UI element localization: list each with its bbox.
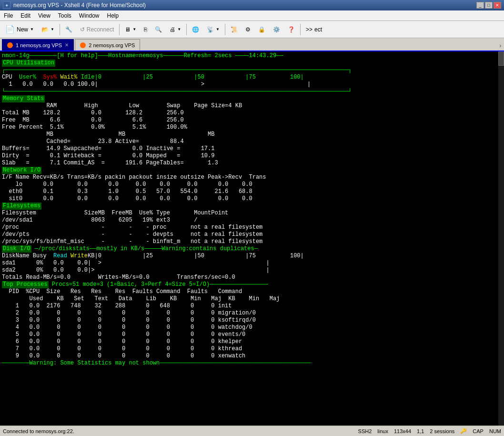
help-icon: ❓ xyxy=(288,26,295,33)
mem-slab: Slab = 7.1 Commit_AS = 191.6 PageTables=… xyxy=(2,160,497,167)
scrollbar-thumb[interactable] xyxy=(498,51,504,66)
menu-file[interactable]: File xyxy=(0,10,17,20)
terminal-wrapper: nmon-14g ────────[H for help]───Hostname… xyxy=(0,51,504,426)
proc-1: 1 0.0 2176 748 32 288 0 648 0 0 init xyxy=(2,303,497,310)
reconnect-button[interactable]: ↺ Reconnect xyxy=(77,22,117,37)
main-area: nmon-14g ────────[H for help]───Hostname… xyxy=(0,51,504,426)
topproc-section-header: Top Processes Procs=51 mode=3 (1=Basic, … xyxy=(2,281,497,288)
properties-button[interactable]: 🔧 xyxy=(62,22,76,37)
proc-6: 6 0.0 0 0 0 0 0 0 0 0 khelper xyxy=(2,338,497,345)
tab-1[interactable]: 1 nemosys.org VPS ✕ xyxy=(2,39,74,51)
maximize-button[interactable]: □ xyxy=(485,2,493,9)
toolbar-separator-4 xyxy=(225,24,225,35)
options-button[interactable]: ⚙️ xyxy=(270,22,283,37)
nmon-header: nmon-14g ────────[H for help]───Hostname… xyxy=(2,52,497,60)
minimize-button[interactable]: _ xyxy=(476,2,484,9)
fs-devpts: /dev/pts - - - devpts not a real filesys… xyxy=(2,231,497,238)
toolbar-separator-1 xyxy=(60,24,60,35)
menu-tools[interactable]: Tools xyxy=(54,10,75,20)
mem-dirty: Dirty = 0.1 Writeback = 0.0 Mapped = 10.… xyxy=(2,152,497,160)
menu-view[interactable]: View xyxy=(34,10,54,20)
menu-help[interactable]: Help xyxy=(103,10,123,20)
tab-2-label: 2 nemosys.org VPS xyxy=(89,42,135,48)
fs-binfmt: /proc/sys/fs/binfmt_misc - - - binfmt_m … xyxy=(2,238,497,245)
extra-button[interactable]: >> ect xyxy=(302,22,325,37)
tab-2[interactable]: 2 nemosys.org VPS xyxy=(75,39,140,51)
disk-sda2: sda2 0% 0.0 0.0|> | xyxy=(2,267,497,274)
close-button[interactable]: ✕ xyxy=(494,2,501,9)
macro-button[interactable]: ⚙ xyxy=(242,22,254,37)
status-connection: Connected to nemosys.org:22. xyxy=(3,428,354,434)
proc-9: 9 0.0 0 0 0 0 0 0 0 0 xenwatch xyxy=(2,353,497,360)
toolbar: 📄 New ▼ 📂 ▼ 🔧 ↺ Reconnect 🖥 ▼ ⎘ 🔍 🖨 ▼ 🌐 … xyxy=(0,21,504,38)
mem-cached: Cached= 23.8 Active= 88.4 xyxy=(2,138,497,145)
print-button[interactable]: 🖨 ▼ xyxy=(166,22,184,37)
tab-1-label: 1 nemosys.org VPS xyxy=(16,42,62,48)
tab-bar: 1 nemosys.org VPS ✕ 2 nemosys.org VPS › xyxy=(0,38,504,51)
proc-5: 5 0.0 0 0 0 0 0 0 0 0 events/0 xyxy=(2,331,497,338)
open-dropdown-icon[interactable]: ▼ xyxy=(50,27,54,31)
net-col-header: I/F Name Recv=KB/s Trans=KB/s packin pac… xyxy=(2,174,497,181)
copy-button[interactable]: ⎘ xyxy=(141,22,151,37)
app-icon: ✦ xyxy=(3,1,10,9)
tab-1-close[interactable]: ✕ xyxy=(65,42,69,48)
extra-label: ect xyxy=(314,26,322,33)
menu-edit[interactable]: Edit xyxy=(17,10,34,20)
toolbar-separator-5 xyxy=(300,24,301,35)
tab-2-icon xyxy=(80,42,86,48)
globe-button[interactable]: 🌐 xyxy=(189,22,202,37)
status-sessions: 2 sessions xyxy=(430,428,454,434)
new-button[interactable]: 📄 New ▼ xyxy=(2,22,37,37)
print-icon: 🖨 xyxy=(170,26,175,33)
mem-free: Free MB 6.6 0.0 6.6 256.0 xyxy=(2,117,497,124)
script-button[interactable]: 📜 xyxy=(227,22,241,37)
settings-icon: 🔒 xyxy=(258,26,265,33)
cpu-dashes-bottom: └───────────────────────────────────────… xyxy=(2,88,497,95)
net-lo: lo 0.0 0.0 0.0 0.0 0.0 0.0 0.0 0.0 xyxy=(2,181,497,188)
network-dropdown-icon[interactable]: ▼ xyxy=(216,27,220,31)
extra-icon: >> xyxy=(306,26,312,33)
monitor-dropdown-icon[interactable]: ▼ xyxy=(132,27,136,31)
toolbar-separator-3 xyxy=(186,24,187,35)
memory-section-header: Memory Stats xyxy=(2,95,497,102)
monitor-button[interactable]: 🖥 ▼ xyxy=(121,22,140,37)
terminal[interactable]: nmon-14g ────────[H for help]───Hostname… xyxy=(0,51,504,426)
find-button[interactable]: 🔍 xyxy=(151,22,165,37)
new-label: New xyxy=(17,26,28,33)
network-button[interactable]: 📡 ▼ xyxy=(203,22,223,37)
proc-7: 7 0.0 0 0 0 0 0 0 0 0 kthread xyxy=(2,345,497,353)
disk-section-header: Disk I/O ─/proc/diskstats──mostly in KB/… xyxy=(2,245,497,253)
menu-window[interactable]: Window xyxy=(75,10,103,20)
status-ssh: SSH2 xyxy=(358,428,372,434)
disk-col-header: DiskName Busy Read WriteKB|0 |25 |50 |75… xyxy=(2,253,497,260)
new-dropdown-icon[interactable]: ▼ xyxy=(30,27,34,31)
mem-total: Total MB 128.2 0.0 128.2 256.0 xyxy=(2,110,497,117)
status-size: 113x44 xyxy=(394,428,411,434)
proc-col-header-2: Used KB Set Text Data Lib KB Min Maj KB … xyxy=(2,295,497,303)
print-dropdown-icon[interactable]: ▼ xyxy=(177,27,181,31)
scrollbar-track[interactable] xyxy=(498,51,504,426)
reconnect-label: Reconnect xyxy=(87,26,114,33)
status-num: NUM xyxy=(489,428,501,434)
proc-2: 2 0.0 0 0 0 0 0 0 0 0 migration/0 xyxy=(2,310,497,317)
window-title: nemosys.org VPS - Xshell 4 (Free for Hom… xyxy=(13,2,476,9)
fs-section-header: Filesystems xyxy=(2,203,497,210)
mem-col-header: RAM High Low Swap Page Size=4 KB xyxy=(2,102,497,110)
mem-buffers: Buffers= 14.9 Swapcached= 0.0 Inactive =… xyxy=(2,145,497,152)
fs-sda1: /dev/sda1 8063 6205 19% ext3 / xyxy=(2,217,497,224)
warning-footer: ────────Warning: Some Statistics may not… xyxy=(2,360,497,367)
properties-icon: 🔧 xyxy=(65,26,72,33)
toolbar-separator-2 xyxy=(119,24,120,35)
proc-3: 3 0.0 0 0 0 0 0 0 0 0 ksoftirqd/0 xyxy=(2,317,497,324)
help-button[interactable]: ❓ xyxy=(284,22,298,37)
settings-button[interactable]: 🔒 xyxy=(255,22,269,37)
cpu-row-1: 1 0.0 0.0 0.0 100.0| > | xyxy=(2,81,497,88)
cpu-col-header: CPU User% Sys% Wait% Idle|0 |25 |50 |75 … xyxy=(2,74,497,81)
find-icon: 🔍 xyxy=(155,26,162,33)
tab-scroll-right[interactable]: › xyxy=(499,43,502,50)
window-controls[interactable]: _ □ ✕ xyxy=(476,2,501,9)
open-button[interactable]: 📂 ▼ xyxy=(38,22,58,37)
tab-1-icon xyxy=(7,42,13,48)
reconnect-icon: ↺ xyxy=(80,26,85,33)
new-icon: 📄 xyxy=(5,25,15,34)
